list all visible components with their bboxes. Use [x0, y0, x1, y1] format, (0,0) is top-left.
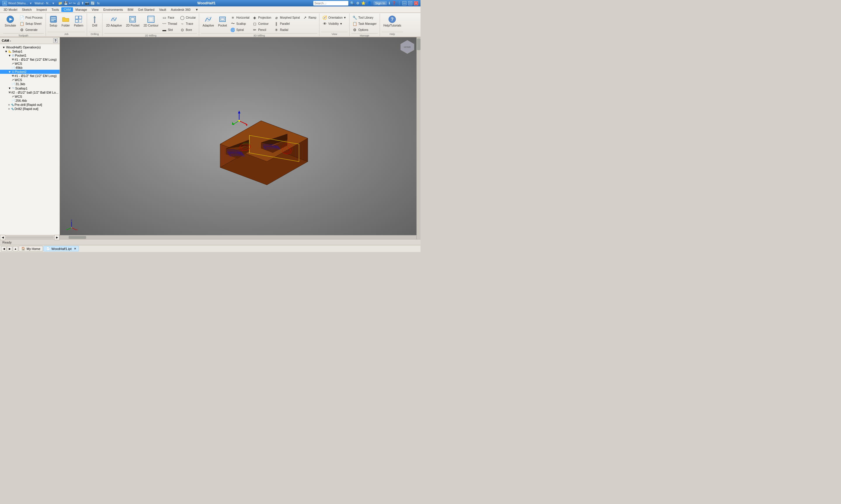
2d-adaptive-btn[interactable]: 2D Adaptive [104, 15, 123, 28]
tree-pocket1[interactable]: ▼ ⊡ Pocket1 [0, 53, 59, 57]
2dmilling-label: 2D Milling [104, 33, 197, 37]
2d-contour-btn[interactable]: 2D Contour [142, 15, 160, 28]
contour3d-btn[interactable]: ◻ Contour [251, 21, 272, 26]
maximize-btn[interactable]: □ [408, 1, 412, 5]
setup-btn[interactable]: Setup [48, 15, 59, 28]
tree-pocket2-tool[interactable]: ⚒ #1 - Ø1/2" flat (1/2" EM Long) [0, 74, 59, 78]
menu-manage[interactable]: Manage [73, 7, 89, 12]
spiral-btn[interactable]: 🌀 Spiral [229, 27, 251, 33]
tree-pocket2-wcs[interactable]: ↗ WCS [0, 78, 59, 82]
menu-environments[interactable]: Environments [101, 7, 125, 12]
tree-root[interactable]: ▼ WoodHalf1 Operation(s) [0, 45, 59, 49]
post-process-btn[interactable]: 📄 Post Process [18, 15, 44, 20]
thread-btn[interactable]: 〰 Thread [161, 21, 178, 26]
cam-tree[interactable]: ▼ WoodHalf1 Operation(s) ▼ 📐 Setup1 ▼ ⊡ … [0, 44, 59, 235]
viewport[interactable]: HOME [60, 37, 420, 239]
bore-btn[interactable]: ⊙ Bore [179, 27, 197, 33]
parallel-btn[interactable]: ∥ Parallel [273, 21, 301, 26]
tool-library-btn[interactable]: 🔧 Tool Library [351, 15, 378, 20]
projection-btn[interactable]: ◈ Projection [251, 15, 272, 20]
tree-scallop1-tool[interactable]: ⚒ #2 - Ø1/2" ball (1/2" Ball EM Lo... [0, 90, 59, 94]
scroll-right-btn[interactable]: ▶ [54, 235, 59, 240]
generate-btn[interactable]: ⚙ Generate [18, 27, 44, 33]
tree-pocket2[interactable]: ▼ ⊡ Pocket2 [0, 70, 59, 74]
menu-tools[interactable]: Tools [49, 7, 61, 12]
taskbar-nav-right[interactable]: ▶ [7, 246, 12, 251]
trace-btn[interactable]: ~ Trace [179, 21, 197, 26]
viewport-hscroll[interactable] [60, 235, 416, 239]
help-tutorials-btn[interactable]: ? Help/Tutorials [382, 15, 403, 28]
tree-pre-drill[interactable]: + 🔩 Pre-drill [Rapid out] [0, 103, 59, 107]
material-dropdown[interactable]: Wood (Walnu... [8, 2, 28, 5]
menu-autodesk360[interactable]: Autodesk 360 [169, 7, 193, 12]
3dmilling-buttons: Adaptive Pocket ≡ Horizontal [201, 14, 318, 33]
search-icon[interactable]: 🔍 [350, 1, 355, 5]
adaptive-btn[interactable]: Adaptive [201, 15, 216, 28]
ramp-btn[interactable]: ↗ Ramp [302, 15, 318, 20]
appearance-dropdown[interactable]: Walnut - N... [34, 2, 51, 5]
menu-sketch[interactable]: Sketch [20, 7, 34, 12]
tree-scallop1[interactable]: ▼ 〜 Scallop1 [0, 86, 59, 90]
folder-btn[interactable]: Folder [60, 15, 71, 28]
user-icon[interactable]: 👤 [367, 1, 372, 5]
simulate-btn[interactable]: Simulate [3, 15, 18, 28]
taskbar-my-home[interactable]: 🏠 My Home [19, 246, 43, 251]
svg-marker-45 [232, 122, 235, 125]
3dmilling-label: 3D Milling [201, 33, 318, 37]
menu-more[interactable]: ▼ [193, 7, 201, 12]
task-manager-btn[interactable]: 📋 Task Manager [351, 21, 378, 26]
setup1-folder-icon: 📐 [8, 50, 12, 53]
star-icon[interactable]: ⭐ [361, 1, 366, 5]
woodhalf1-icon: 📄 [46, 247, 50, 251]
morphed-spiral-btn[interactable]: ⌀ Morphed Spiral [273, 15, 301, 20]
tree-pocket1-wcs[interactable]: ↗ WCS [0, 61, 59, 66]
cam-help-btn[interactable]: ? [53, 38, 58, 43]
tree-scallop1-size: 📄 256.4kb [0, 98, 59, 103]
taskbar-woodhalf1[interactable]: 📄 WoodHalf1.ipt ✕ [44, 246, 79, 251]
viewport-vscroll[interactable] [416, 37, 420, 239]
drill-btn[interactable]: Drill [89, 15, 101, 28]
face-btn[interactable]: ▭ Face [161, 15, 178, 20]
ramp-icon: ↗ [303, 15, 308, 20]
nav-cube[interactable]: HOME [400, 40, 415, 54]
pencil-btn[interactable]: ✏ Pencil [251, 27, 272, 33]
info-icon[interactable]: ℹ [389, 1, 390, 5]
scroll-left-btn[interactable]: ◀ [0, 235, 5, 240]
menu-get-started[interactable]: Get Started [136, 7, 157, 12]
tree-scallop1-wcs[interactable]: ↗ WCS [0, 94, 59, 98]
panel-hscroll[interactable]: ◀ ▶ [0, 235, 59, 239]
menu-3dmodel[interactable]: 3D Model [1, 7, 20, 12]
menu-cam[interactable]: CAM [61, 7, 73, 12]
job-buttons: Setup Folder [48, 14, 85, 32]
options-btn[interactable]: ⚙ Options [351, 27, 378, 33]
radial-btn[interactable]: ✳ Radial [273, 27, 301, 33]
setup-sheet-btn[interactable]: 📋 Setup Sheet [18, 21, 44, 26]
pattern-btn[interactable]: Pattern [72, 15, 85, 28]
slot-btn[interactable]: ▬ Slot [161, 27, 178, 33]
woodhalf1-close-btn[interactable]: ✕ [74, 247, 76, 250]
tree-drill2[interactable]: + 🔩 Drill2 [Rapid out] [0, 107, 59, 111]
menu-vault[interactable]: Vault [157, 7, 169, 12]
menu-inspect[interactable]: Inspect [34, 7, 49, 12]
close-btn[interactable]: ✕ [414, 1, 418, 5]
search-input[interactable] [313, 1, 348, 5]
tree-pocket1-tool[interactable]: ⚒ #1 - Ø1/2" flat (1/2" EM Long) [0, 57, 59, 61]
svg-marker-44 [245, 123, 247, 126]
minimize-btn[interactable]: — [402, 1, 407, 5]
scallop-btn[interactable]: 〜 Scallop [229, 21, 251, 26]
menu-view[interactable]: View [89, 7, 101, 12]
pocket3d-btn[interactable]: Pocket [217, 15, 229, 28]
orientation-btn[interactable]: 🧭 Orientation ▼ [321, 15, 347, 20]
visibility-btn[interactable]: 👁 Visibility ▼ [321, 21, 347, 26]
scroll-track[interactable] [6, 236, 54, 238]
sign-in-btn[interactable]: Sign In [374, 1, 387, 5]
tree-setup1[interactable]: ▼ 📐 Setup1 [0, 49, 59, 53]
settings-icon[interactable]: ⚙ [356, 1, 359, 5]
taskbar-nav-up[interactable]: ▲ [13, 246, 18, 251]
circular-btn[interactable]: ◯ Circular [179, 15, 197, 20]
2d-pocket-btn[interactable]: 2D Pocket [124, 15, 141, 28]
horizontal-btn[interactable]: ≡ Horizontal [229, 15, 251, 20]
question-icon[interactable]: ❓ [392, 1, 396, 5]
taskbar-nav-left[interactable]: ◀ [1, 246, 6, 251]
menu-bim[interactable]: BIM [125, 7, 136, 12]
